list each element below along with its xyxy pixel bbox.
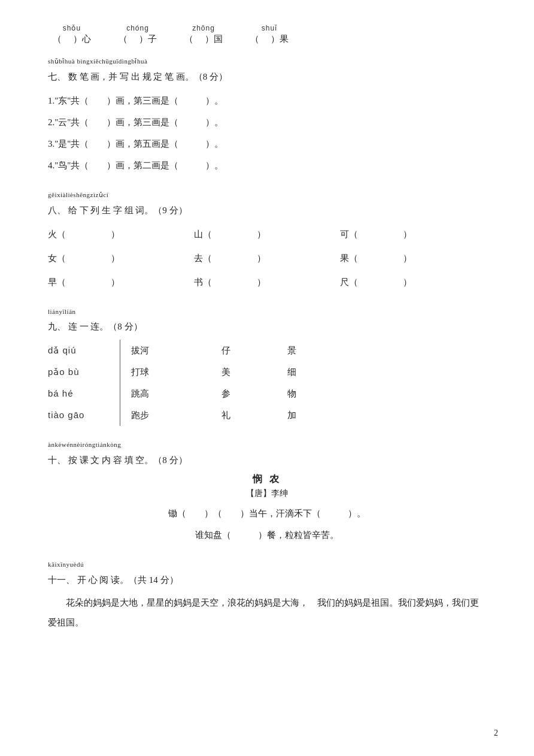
word-cell-4: 女（ ） — [48, 247, 194, 269]
section-11-title: kāixīnyuèdú 十一、 开 心 阅 读。（共 14 分） — [48, 559, 486, 588]
top-item-4: shuǐ （ ）果 — [245, 24, 293, 45]
section-11: kāixīnyuèdú 十一、 开 心 阅 读。（共 14 分） 花朵的妈妈是大… — [48, 559, 486, 633]
poem-author: 【唐】李绅 — [48, 488, 486, 499]
section-8-title: gěixiàlièshēngzìzǔcí 八、 给 下 列 生 字 组 词。（9… — [48, 189, 486, 219]
word-cell-1: 火（ ） — [48, 223, 194, 245]
stroke-item-2: 2."云"共（ ）画，第三画是（ ）。 — [48, 111, 486, 133]
section-10-pinyin: ànkèwénnèiróngtiánkòng — [48, 439, 486, 451]
section-11-number: 十一、 — [48, 575, 75, 585]
section-11-pinyin: kāixīnyuèdú — [48, 559, 486, 571]
word-cell-5: 去（ ） — [194, 247, 340, 269]
section-8-number: 八、 — [48, 205, 66, 215]
section-9-pinyin: liányīlián — [48, 306, 486, 318]
lian-pinyin-col: dǎ qiú pǎo bù bá hé tiào gāo — [48, 340, 120, 426]
section-7: shǔbǐhuà bìngxiěchūguīdìngbǐhuà 七、 数 笔 画… — [48, 56, 486, 176]
char-guo: ）国 — [205, 34, 223, 45]
top-item-2: chóng （ ）子 — [114, 24, 162, 45]
section-8-text: 给 下 列 生 字 组 词。（9 分） — [68, 205, 187, 215]
section-8: gěixiàlièshēngzìzǔcí 八、 给 下 列 生 字 组 词。（9… — [48, 189, 486, 293]
char-xin: ）心 — [73, 34, 91, 45]
top-item-3: zhōng （ ）国 — [180, 24, 227, 45]
lian-py-1: dǎ qiú — [48, 340, 120, 361]
section-7-pinyin: shǔbǐhuà bìngxiěchūguīdìngbǐhuà — [48, 56, 486, 68]
lian-py-3: bá hé — [48, 383, 120, 404]
lian-word-4: 跑步 — [131, 404, 198, 426]
page-number: 2 — [494, 728, 498, 738]
section-7-text: 数 笔 画，并 写 出 规 定 笔 画。（8 分） — [68, 72, 227, 81]
section-7-label: 七、 数 笔 画，并 写 出 规 定 笔 画。（8 分） — [48, 72, 227, 81]
lian-rw-4: 加 — [287, 404, 323, 426]
char-line-4: （ ）果 — [250, 34, 289, 45]
section-9-number: 九、 — [48, 322, 66, 331]
section-7-title: shǔbǐhuà bìngxiěchūguīdìngbǐhuà 七、 数 笔 画… — [48, 56, 486, 85]
poem-title: 悯 农 — [48, 473, 486, 486]
lian-right-chars-col: 仔 美 参 礼 — [222, 340, 269, 426]
lian-rc-3: 参 — [222, 383, 269, 404]
section-9-text: 连 一 连。（8 分） — [68, 322, 142, 331]
lian-rc-2: 美 — [222, 361, 269, 383]
top-fill-section: shǒu （ ）心 chóng （ ）子 zhōng （ ）国 shuǐ （ ）… — [48, 24, 486, 45]
section-8-pinyin: gěixiàlièshēngzìzǔcí — [48, 189, 486, 201]
lian-rw-3: 物 — [287, 383, 323, 404]
lian-word-2: 打球 — [131, 361, 198, 383]
poem-line-1: 锄（ ）（ ）当午，汗滴禾下（ ）。 — [48, 503, 486, 524]
word-cell-6: 果（ ） — [340, 247, 486, 269]
section-10: ànkèwénnèiróngtiánkòng 十、 按 课 文 内 容 填 空。… — [48, 439, 486, 546]
lian-rc-4: 礼 — [222, 404, 269, 426]
stroke-item-3: 3."是"共（ ）画，第五画是（ ）。 — [48, 133, 486, 155]
stroke-item-4: 4."鸟"共（ ）画，第二画是（ ）。 — [48, 155, 486, 176]
char-line-3: （ ）国 — [184, 34, 223, 45]
word-cell-9: 尺（ ） — [340, 271, 486, 293]
word-cell-2: 山（ ） — [194, 223, 340, 245]
lian-py-2: pǎo bù — [48, 361, 120, 383]
section-10-text: 按 课 文 内 容 填 空。（8 分） — [68, 455, 187, 465]
char-line-1: （ ）心 — [53, 34, 91, 45]
section-10-title: ànkèwénnèiróngtiánkòng 十、 按 课 文 内 容 填 空。… — [48, 439, 486, 468]
word-grid: 火（ ） 山（ ） 可（ ） 女（ ） 去（ ） 果（ ） 早（ ） 书（ ） … — [48, 223, 486, 293]
section-11-text: 开 心 阅 读。（共 14 分） — [77, 575, 178, 585]
reading-para-1: 花朵的妈妈是大地，星星的妈妈是天空，浪花的妈妈是大海， 我们的妈妈是祖国。我们爱… — [48, 593, 486, 633]
lian-rw-1: 景 — [287, 340, 323, 361]
lian-rc-1: 仔 — [222, 340, 269, 361]
stroke-item-1: 1."东"共（ ）画，第三画是（ ）。 — [48, 90, 486, 111]
reading-text: 花朵的妈妈是大地，星星的妈妈是天空，浪花的妈妈是大海， 我们的妈妈是祖国。我们爱… — [48, 593, 486, 633]
word-cell-7: 早（ ） — [48, 271, 194, 293]
lian-word-1: 拔河 — [131, 340, 198, 361]
poem-line-2: 谁知盘（ ）餐，粒粒皆辛苦。 — [48, 524, 486, 546]
char-fruit: ）果 — [271, 34, 289, 45]
section-10-number: 十、 — [48, 455, 66, 465]
lian-container: dǎ qiú pǎo bù bá hé tiào gāo 拔河 打球 跳高 跑步… — [48, 340, 486, 426]
pinyin-chong: chóng — [126, 24, 149, 32]
word-cell-8: 书（ ） — [194, 271, 340, 293]
pinyin-shui: shuǐ — [262, 24, 277, 32]
word-cell-3: 可（ ） — [340, 223, 486, 245]
top-item-1: shǒu （ ）心 — [48, 24, 96, 45]
section-7-number: 七、 — [48, 72, 66, 81]
lian-word-3: 跳高 — [131, 383, 198, 404]
section-9: liányīlián 九、 连 一 连。（8 分） dǎ qiú pǎo bù … — [48, 306, 486, 427]
char-line-2: （ ）子 — [119, 34, 157, 45]
pinyin-shou: shǒu — [63, 24, 81, 32]
lian-rw-2: 细 — [287, 361, 323, 383]
lian-right-words-col: 景 细 物 加 — [287, 340, 323, 426]
lian-py-4: tiào gāo — [48, 404, 120, 426]
lian-words-col: 拔河 打球 跳高 跑步 — [120, 340, 198, 426]
pinyin-zhong: zhōng — [192, 24, 215, 32]
section-9-title: liányīlián 九、 连 一 连。（8 分） — [48, 306, 486, 335]
char-zi: ）子 — [139, 34, 157, 45]
poem-section: 悯 农 【唐】李绅 锄（ ）（ ）当午，汗滴禾下（ ）。 谁知盘（ ）餐，粒粒皆… — [48, 473, 486, 546]
